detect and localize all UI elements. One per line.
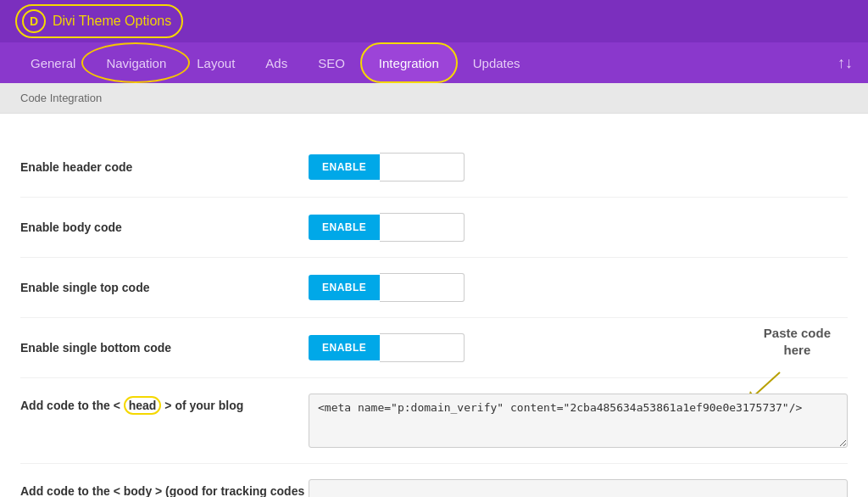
enable-button-body-code[interactable]: ENABLE — [309, 215, 380, 240]
setting-label-header-code: Enable header code — [20, 160, 309, 174]
setting-label-body-tag-code: Add code to the < body > (good for track… — [20, 479, 309, 497]
setting-row-head-tag-code: Add code to the < head > of your blog <m… — [20, 378, 848, 464]
nav-tabs-wrapper: General Navigation Layout Ads SEO Integr… — [0, 42, 868, 83]
setting-row-body-code: Enable body code ENABLE — [20, 198, 848, 258]
paste-code-annotation: Paste codehere — [764, 325, 831, 358]
enable-input-single-top-code[interactable] — [380, 273, 465, 302]
breadcrumb: Code Integration — [0, 83, 868, 114]
head-code-textarea[interactable]: <meta name="p:domain_verify" content="2c… — [309, 394, 848, 448]
nav-tabs: General Navigation Layout Ads SEO Integr… — [0, 42, 868, 83]
tab-integration[interactable]: Integration — [360, 42, 458, 83]
setting-row-header-code: Enable header code ENABLE — [20, 137, 848, 198]
enable-input-body-code[interactable] — [380, 213, 465, 242]
setting-row-single-bottom-code: Enable single bottom code ENABLE Paste c… — [20, 318, 848, 378]
tab-updates[interactable]: Updates — [458, 42, 536, 83]
tab-ads[interactable]: Ads — [250, 42, 303, 83]
enable-group-single-top-code: ENABLE — [309, 273, 465, 302]
tab-navigation[interactable]: Navigation — [91, 42, 181, 83]
setting-label-single-top-code: Enable single top code — [20, 281, 309, 294]
divi-logo[interactable]: D Divi Theme Options — [15, 4, 183, 38]
enable-button-single-bottom-code[interactable]: ENABLE — [309, 335, 380, 360]
setting-label-body-code: Enable body code — [20, 221, 309, 234]
setting-row-body-tag-code: Add code to the < body > (good for track… — [20, 464, 848, 497]
tab-layout[interactable]: Layout — [181, 42, 250, 83]
divi-logo-circle: D — [22, 9, 46, 33]
head-highlight: head — [124, 396, 162, 415]
enable-group-single-bottom-code: ENABLE — [309, 333, 465, 362]
enable-input-header-code[interactable] — [380, 153, 465, 181]
tab-seo[interactable]: SEO — [303, 42, 360, 83]
enable-group-body-code: ENABLE — [309, 213, 465, 242]
enable-input-single-bottom-code[interactable] — [380, 333, 465, 362]
enable-button-single-top-code[interactable]: ENABLE — [309, 275, 380, 300]
enable-button-header-code[interactable]: ENABLE — [309, 154, 380, 180]
enable-group-header-code: ENABLE — [309, 153, 465, 181]
setting-row-single-top-code: Enable single top code ENABLE — [20, 258, 848, 318]
divi-letter: D — [30, 14, 38, 28]
top-bar: D Divi Theme Options — [0, 0, 868, 42]
sort-icon[interactable]: ↑↓ — [837, 54, 853, 72]
setting-label-head-tag-code: Add code to the < head > of your blog — [20, 394, 309, 412]
main-content: Enable header code ENABLE Enable body co… — [0, 114, 868, 497]
tab-general[interactable]: General — [15, 42, 91, 83]
body-code-textarea[interactable] — [309, 479, 848, 497]
setting-label-single-bottom-code: Enable single bottom code — [20, 341, 309, 355]
divi-title: Divi Theme Options — [53, 14, 171, 29]
